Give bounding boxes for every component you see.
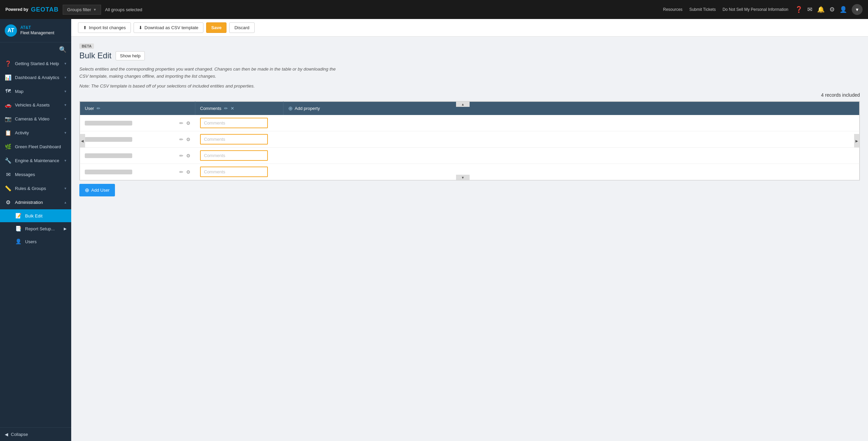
help-icon[interactable]: ❓ [795, 6, 803, 13]
chevron-down-icon: ▾ [64, 117, 66, 121]
user-icon[interactable]: 👤 [840, 6, 847, 13]
page-body: BETA Bulk Edit Show help Selects entitie… [71, 37, 868, 203]
sub-arrow-icon: ▶ [64, 227, 66, 231]
getting-started-icon: ❓ [5, 60, 12, 67]
administration-icon: ⚙ [5, 199, 12, 206]
settings-icon[interactable]: ⚙ [829, 6, 835, 13]
sidebar-item-dashboard[interactable]: 📊 Dashboard & Analytics ▾ [0, 71, 71, 84]
chevron-down-icon: ▾ [64, 61, 66, 66]
table-row: ✏ ⚙ [80, 164, 860, 180]
table-row: ✏ ⚙ [80, 115, 860, 131]
sidebar-item-green-fleet[interactable]: 🌿 Green Fleet Dashboard [0, 140, 71, 154]
save-label: Save [211, 25, 221, 30]
comments-input[interactable] [200, 150, 268, 161]
sidebar-sub-item-bulk-edit[interactable]: 📝 Bulk Edit [0, 209, 71, 222]
table-scroll-right[interactable]: ▶ [854, 134, 860, 148]
row-settings-icon[interactable]: ⚙ [186, 137, 191, 142]
comments-input[interactable] [200, 118, 268, 128]
sidebar-item-label: Administration [15, 200, 61, 205]
table-scroll-bottom[interactable]: ▼ [456, 175, 470, 180]
row-action-icons: ✏ ⚙ [179, 169, 191, 175]
add-property-cell [283, 115, 860, 131]
dashboard-icon: 📊 [5, 74, 12, 81]
row-action-icons: ✏ ⚙ [179, 153, 191, 158]
sidebar: AT AT&T Fleet Management 🔍 ❓ Getting Sta… [0, 19, 71, 441]
table-scroll-top[interactable]: ▲ [456, 101, 470, 107]
discard-button[interactable]: Discard [229, 22, 254, 33]
mail-icon[interactable]: ✉ [807, 6, 812, 13]
groups-filter-chevron-icon: ▼ [93, 8, 97, 12]
groups-filter-button[interactable]: Groups filter ▼ [63, 5, 101, 15]
user-col-label: User [85, 106, 94, 111]
resources-link[interactable]: Resources [663, 7, 683, 12]
page-title-row: Bulk Edit Show help [79, 51, 860, 60]
top-bar-right: Resources Submit Tickets Do Not Sell My … [663, 4, 863, 15]
sidebar-item-activity[interactable]: 📋 Activity ▾ [0, 126, 71, 140]
sidebar-search-icon[interactable]: 🔍 [59, 46, 66, 53]
row-settings-icon[interactable]: ⚙ [186, 153, 191, 158]
sidebar-search-area: 🔍 [0, 42, 71, 57]
activity-icon: 📋 [5, 130, 12, 136]
delete-comments-icon[interactable]: ✕ [231, 106, 234, 111]
chevron-down-icon: ▾ [64, 103, 66, 107]
chevron-up-icon: ▴ [64, 200, 66, 205]
sidebar-item-cameras[interactable]: 📷 Cameras & Video ▾ [0, 112, 71, 126]
sub-item-label: Bulk Edit [25, 213, 66, 218]
save-button[interactable]: Save [206, 22, 226, 33]
download-csv-button[interactable]: ⬇ Download as CSV template [134, 22, 203, 33]
comments-cell [195, 164, 283, 180]
sidebar-item-label: Dashboard & Analytics [15, 75, 61, 80]
row-edit-icon[interactable]: ✏ [179, 169, 183, 175]
row-settings-icon[interactable]: ⚙ [186, 169, 191, 175]
sidebar-item-rules[interactable]: 📏 Rules & Groups ▾ [0, 181, 71, 195]
green-fleet-icon: 🌿 [5, 143, 12, 150]
sidebar-sub-item-report-setup[interactable]: 📑 Report Setup... ▶ [0, 222, 71, 235]
user-name-blurred [85, 153, 132, 158]
top-bar: Powered by GEOTAB Groups filter ▼ All gr… [0, 0, 868, 19]
sidebar-item-messages[interactable]: ✉ Messages [0, 168, 71, 181]
comments-col-label: Comments [200, 106, 221, 111]
notification-icon[interactable]: 🔔 [817, 6, 825, 13]
sidebar-collapse-button[interactable]: ◀ Collapse [0, 427, 71, 441]
logo-powered-text: Powered by [5, 7, 28, 12]
row-edit-icon[interactable]: ✏ [179, 153, 183, 158]
table-scroll-left[interactable]: ◀ [80, 134, 85, 148]
bulk-edit-icon: 📝 [15, 213, 22, 219]
messages-icon: ✉ [5, 171, 12, 178]
import-label: Import list changes [89, 25, 126, 30]
top-bar-links: Resources Submit Tickets Do Not Sell My … [663, 7, 788, 12]
row-settings-icon[interactable]: ⚙ [186, 120, 191, 126]
add-user-label: Add User [91, 188, 110, 193]
logo-area: Powered by GEOTAB [5, 6, 59, 13]
user-name-blurred [85, 170, 132, 174]
add-property-cell [283, 164, 860, 180]
sidebar-brand-name: AT&T [20, 25, 54, 31]
table-row: ✏ ⚙ [80, 148, 860, 164]
do-not-sell-link[interactable]: Do Not Sell My Personal Information [723, 7, 788, 12]
att-logo-icon: AT [5, 24, 17, 37]
comments-input[interactable] [200, 134, 268, 145]
edit-comments-icon[interactable]: ✏ [224, 106, 228, 111]
sidebar-sub-item-users[interactable]: 👤 Users [0, 235, 71, 248]
chevron-down-icon: ▾ [64, 158, 66, 163]
add-user-button[interactable]: ⊕ Add User [79, 184, 115, 196]
comments-input[interactable] [200, 167, 268, 177]
col-header-add-property[interactable]: ⊕ Add property [283, 102, 860, 115]
import-list-button[interactable]: ⬆ Import list changes [78, 22, 131, 33]
bulk-edit-table: User ✏ Comments ✏ ✕ [80, 101, 860, 180]
sidebar-item-engine[interactable]: 🔧 Engine & Maintenance ▾ [0, 154, 71, 168]
row-action-icons: ✏ ⚙ [179, 120, 191, 126]
edit-col-icon[interactable]: ✏ [97, 106, 100, 111]
user-name-blurred [85, 121, 132, 126]
sidebar-item-administration[interactable]: ⚙ Administration ▴ [0, 195, 71, 209]
sidebar-item-map[interactable]: 🗺 Map ▾ [0, 84, 71, 98]
sidebar-item-vehicles[interactable]: 🚗 Vehicles & Assets ▾ [0, 98, 71, 112]
row-edit-icon[interactable]: ✏ [179, 120, 183, 126]
submit-tickets-link[interactable]: Submit Tickets [689, 7, 716, 12]
main-toolbar: ⬆ Import list changes ⬇ Download as CSV … [71, 19, 868, 37]
row-edit-icon[interactable]: ✏ [179, 137, 183, 142]
show-help-button[interactable]: Show help [116, 51, 145, 60]
sidebar-item-getting-started[interactable]: ❓ Getting Started & Help ▾ [0, 57, 71, 71]
user-avatar[interactable]: ▼ [852, 4, 863, 15]
chevron-down-icon: ▾ [64, 131, 66, 135]
